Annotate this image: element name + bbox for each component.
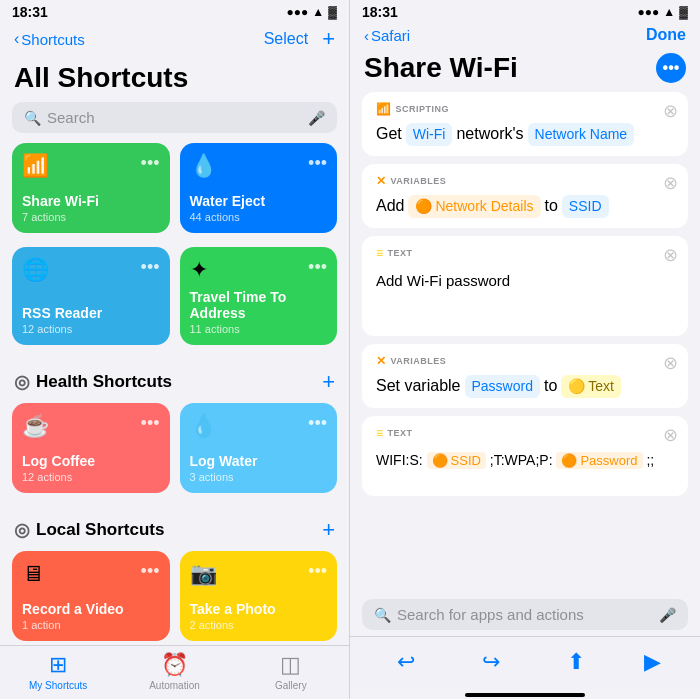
- actions-scroll: 📶 SCRIPTING Get Wi-Fi network's Network …: [350, 92, 700, 593]
- health-section-header: ◎ Health Shortcuts +: [12, 359, 337, 403]
- variables1-to-text: to: [545, 194, 558, 218]
- text2-dismiss-button[interactable]: ⊗: [663, 424, 678, 446]
- text-chip[interactable]: 🟡 Text: [561, 375, 621, 398]
- bottom-search-input[interactable]: Search for apps and actions: [397, 606, 653, 623]
- action-body-text1[interactable]: Add Wi-Fi password: [376, 266, 674, 326]
- action-type-text2: ≡ TEXT: [376, 426, 674, 440]
- tab-automation[interactable]: ⏰ Automation: [116, 652, 232, 691]
- action-type-text1: ≡ TEXT: [376, 246, 674, 260]
- variables1-dismiss-button[interactable]: ⊗: [663, 172, 678, 194]
- shortcut-more-button[interactable]: •••: [656, 53, 686, 83]
- search-bar[interactable]: 🔍 Search 🎤: [12, 102, 337, 133]
- wifi-string-mid: ;T:WPA;P:: [490, 452, 557, 468]
- variables2-set-text: Set variable: [376, 374, 461, 398]
- right-bottom-bar: ↩ ↪ ⬆ ▶: [350, 636, 700, 689]
- action-type-scripting: 📶 SCRIPTING: [376, 102, 674, 116]
- card-actions-share-wifi: 7 actions: [22, 211, 160, 223]
- back-button-left[interactable]: ‹ Shortcuts: [14, 30, 85, 48]
- search-icon: 🔍: [24, 110, 41, 126]
- card-menu-rss[interactable]: •••: [141, 257, 160, 278]
- video-card-icon: 🖥: [22, 561, 44, 587]
- gallery-tab-icon: ◫: [280, 652, 301, 678]
- card-menu-photo[interactable]: •••: [308, 561, 327, 582]
- card-footer-travel: Travel Time To Address 11 actions: [190, 289, 328, 335]
- scripting-networks-text: network's: [456, 122, 523, 146]
- card-menu-coffee[interactable]: •••: [141, 413, 160, 434]
- back-button-right[interactable]: ‹ Safari: [364, 27, 410, 44]
- card-name-travel: Travel Time To Address: [190, 289, 328, 321]
- search-input[interactable]: Search: [47, 109, 302, 126]
- card-name-photo: Take a Photo: [190, 601, 328, 617]
- text1-dismiss-button[interactable]: ⊗: [663, 244, 678, 266]
- shortcut-card-rss[interactable]: 🌐 ••• RSS Reader 12 actions: [12, 247, 170, 345]
- bottom-search-icon: 🔍: [374, 607, 391, 623]
- redo-button[interactable]: ↪: [474, 645, 508, 679]
- shortcut-card-water[interactable]: 💧 ••• Log Water 3 actions: [180, 403, 338, 493]
- local-icon: ◎: [14, 519, 30, 541]
- ssid-chip[interactable]: SSID: [562, 195, 609, 218]
- add-shortcut-button[interactable]: +: [322, 26, 335, 52]
- scripting-network-name-chip[interactable]: Network Name: [528, 123, 635, 146]
- shortcut-card-video[interactable]: 🖥 ••• Record a Video 1 action: [12, 551, 170, 641]
- shortcut-title-text: Share Wi-Fi: [364, 52, 518, 84]
- water-log-icon: 💧: [190, 413, 217, 439]
- tab-my-shortcuts[interactable]: ⊞ My Shortcuts: [0, 652, 116, 691]
- shortcut-card-water-eject[interactable]: 💧 ••• Water Eject 44 actions: [180, 143, 338, 233]
- done-button[interactable]: Done: [646, 26, 686, 44]
- shortcut-card-coffee[interactable]: ☕ ••• Log Coffee 12 actions: [12, 403, 170, 493]
- share-button[interactable]: ⬆: [559, 645, 593, 679]
- wifi-icon-right: ▲: [663, 5, 675, 19]
- signal-icon-right: ●●●: [638, 5, 660, 19]
- variables2-badge-icon: ✕: [376, 354, 387, 368]
- chevron-right-back-icon: ‹: [364, 27, 369, 44]
- bottom-search-bar[interactable]: 🔍 Search for apps and actions 🎤: [362, 599, 688, 630]
- action-type-variables2: ✕ VARIABLES: [376, 354, 674, 368]
- card-header-coffee: ☕ •••: [22, 413, 160, 439]
- chevron-left-icon: ‹: [14, 30, 19, 48]
- password-var-chip[interactable]: Password: [465, 375, 540, 398]
- action-card-text2: ≡ TEXT WIFI:S: 🟠SSID ;T:WPA;P: 🟠Password…: [362, 416, 688, 496]
- variables1-add-text: Add: [376, 194, 404, 218]
- action-content-variables1: Add 🟠 Network Details to SSID: [376, 194, 674, 218]
- health-icon: ◎: [14, 371, 30, 393]
- shortcut-card-travel[interactable]: ✦ ••• Travel Time To Address 11 actions: [180, 247, 338, 345]
- card-name-water-eject: Water Eject: [190, 193, 328, 209]
- action-type-variables1: ✕ VARIABLES: [376, 174, 674, 188]
- local-add-button[interactable]: +: [322, 517, 335, 543]
- action-card-variables1: ✕ VARIABLES Add 🟠 Network Details to SSI…: [362, 164, 688, 228]
- action-body-text2[interactable]: WIFI:S: 🟠SSID ;T:WPA;P: 🟠Password ;;: [376, 446, 674, 486]
- rss-card-icon: 🌐: [22, 257, 49, 283]
- card-menu-water-eject[interactable]: •••: [308, 153, 327, 174]
- scripting-wifi-chip[interactable]: Wi-Fi: [406, 123, 453, 146]
- nav-bar-right: ‹ Safari Done: [350, 22, 700, 52]
- card-menu-share-wifi[interactable]: •••: [141, 153, 160, 174]
- ssid-inline-chip[interactable]: 🟠SSID: [427, 452, 486, 469]
- network-details-icon: 🟠: [415, 196, 432, 217]
- undo-button[interactable]: ↩: [389, 645, 423, 679]
- password-inline-chip[interactable]: 🟠Password: [556, 452, 642, 469]
- health-add-button[interactable]: +: [322, 369, 335, 395]
- card-name-share-wifi: Share Wi-Fi: [22, 193, 160, 209]
- tab-gallery[interactable]: ◫ Gallery: [233, 652, 349, 691]
- home-indicator: [465, 693, 585, 697]
- scripting-dismiss-button[interactable]: ⊗: [663, 100, 678, 122]
- network-details-chip[interactable]: 🟠 Network Details: [408, 195, 540, 218]
- variables2-dismiss-button[interactable]: ⊗: [663, 352, 678, 374]
- gallery-tab-label: Gallery: [275, 680, 307, 691]
- play-button[interactable]: ▶: [644, 649, 661, 675]
- card-menu-travel[interactable]: •••: [308, 257, 327, 278]
- action-card-text1: ≡ TEXT Add Wi-Fi password ⊗: [362, 236, 688, 336]
- card-actions-water-eject: 44 actions: [190, 211, 328, 223]
- shortcut-card-photo[interactable]: 📷 ••• Take a Photo 2 actions: [180, 551, 338, 641]
- shortcuts-grid-local: 🖥 ••• Record a Video 1 action 📷 ••• Take…: [12, 551, 337, 641]
- card-footer-coffee: Log Coffee 12 actions: [22, 453, 160, 483]
- card-menu-water[interactable]: •••: [308, 413, 327, 434]
- coffee-card-icon: ☕: [22, 413, 49, 439]
- shortcut-card-share-wifi[interactable]: 📶 ••• Share Wi-Fi 7 actions: [12, 143, 170, 233]
- shortcuts-grid-main: 📶 ••• Share Wi-Fi 7 actions 💧 ••• Water …: [12, 143, 337, 233]
- card-header-video: 🖥 •••: [22, 561, 160, 587]
- card-menu-video[interactable]: •••: [141, 561, 160, 582]
- card-footer-share-wifi: Share Wi-Fi 7 actions: [22, 193, 160, 223]
- action-content-variables2: Set variable Password to 🟡 Text: [376, 374, 674, 398]
- select-button[interactable]: Select: [264, 30, 308, 48]
